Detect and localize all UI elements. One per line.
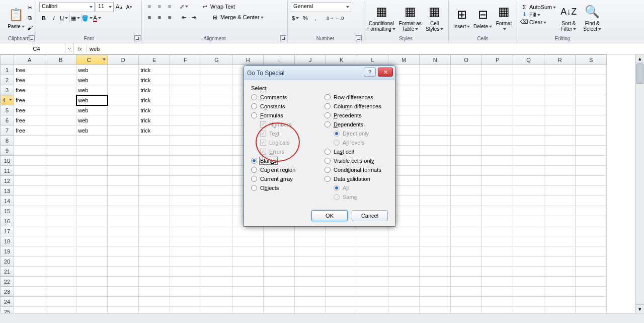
vertical-scrollbar[interactable]: ▴ ▾ [635, 54, 644, 313]
cell-G2[interactable] [201, 75, 232, 85]
cell-N10[interactable] [420, 156, 451, 166]
cell-H24[interactable] [232, 297, 264, 307]
cell-F6[interactable] [170, 115, 201, 125]
cell-A2[interactable]: free [14, 75, 45, 85]
cell-R8[interactable] [544, 136, 576, 146]
cell-G20[interactable] [201, 256, 232, 267]
cell-G9[interactable] [201, 146, 232, 156]
cell-Q14[interactable] [513, 196, 544, 206]
cell-S23[interactable] [576, 287, 607, 297]
row-header-1[interactable]: 1 [1, 65, 14, 75]
cell-L19[interactable] [357, 246, 388, 256]
cell-F2[interactable] [170, 75, 201, 85]
cell-Q6[interactable] [513, 115, 544, 125]
cell-O11[interactable] [451, 166, 482, 176]
cell-M19[interactable] [388, 246, 420, 256]
row-header-25[interactable]: 25 [1, 307, 14, 313]
cell-S2[interactable] [576, 75, 607, 85]
cell-L23[interactable] [357, 287, 388, 297]
cell-O7[interactable] [451, 125, 482, 136]
cell-D24[interactable] [108, 297, 139, 307]
cell-A15[interactable] [14, 206, 45, 216]
cell-N13[interactable] [420, 186, 451, 196]
cell-R1[interactable] [544, 65, 576, 75]
dialog-close-button[interactable]: ✕ [378, 68, 393, 77]
cell-C10[interactable] [76, 156, 108, 166]
clear-button[interactable]: ⌫Clear [520, 19, 556, 25]
cell-G3[interactable] [201, 85, 232, 95]
cell-Q4[interactable] [513, 95, 544, 105]
row-header-7[interactable]: 7 [1, 125, 14, 136]
font-color-button[interactable]: A [93, 14, 102, 23]
cell-C23[interactable] [76, 287, 108, 297]
cell-R4[interactable] [544, 95, 576, 105]
cell-O23[interactable] [451, 287, 482, 297]
insert-button[interactable]: ⊞Insert [452, 2, 471, 33]
cell-A20[interactable] [14, 256, 45, 267]
cell-K23[interactable] [326, 287, 357, 297]
cell-P20[interactable] [482, 256, 513, 267]
cell-P25[interactable] [482, 307, 513, 313]
cell-F17[interactable] [170, 226, 201, 236]
cell-P7[interactable] [482, 125, 513, 136]
cell-P21[interactable] [482, 267, 513, 277]
cell-E3[interactable]: trick [139, 85, 170, 95]
number-launcher[interactable] [356, 35, 362, 41]
cell-F21[interactable] [170, 267, 201, 277]
row-header-19[interactable]: 19 [1, 246, 14, 256]
column-header-C[interactable]: C [76, 55, 108, 65]
cell-Q9[interactable] [513, 146, 544, 156]
option-constants[interactable]: Constants [251, 103, 314, 109]
cell-D13[interactable] [108, 186, 139, 196]
cell-S25[interactable] [576, 307, 607, 313]
cell-G16[interactable] [201, 216, 232, 226]
cell-G18[interactable] [201, 236, 232, 246]
cell-G11[interactable] [201, 166, 232, 176]
cell-S17[interactable] [576, 226, 607, 236]
cell-B10[interactable] [45, 156, 76, 166]
cell-B2[interactable] [45, 75, 76, 85]
align-center-button[interactable]: ≡ [155, 13, 164, 22]
cell-E2[interactable]: trick [139, 75, 170, 85]
option-condfmt[interactable]: Conditional formats [325, 167, 388, 173]
cell-B5[interactable] [45, 105, 76, 115]
cell-J20[interactable] [295, 256, 326, 267]
cell-R9[interactable] [544, 146, 576, 156]
cell-E1[interactable]: trick [139, 65, 170, 75]
cell-I24[interactable] [264, 297, 295, 307]
cell-Q23[interactable] [513, 287, 544, 297]
cell-E14[interactable] [139, 196, 170, 206]
cell-F8[interactable] [170, 136, 201, 146]
cell-R23[interactable] [544, 287, 576, 297]
cell-D7[interactable] [108, 125, 139, 136]
cell-P18[interactable] [482, 236, 513, 246]
font-name-select[interactable]: Calibri [39, 2, 95, 12]
cell-D5[interactable] [108, 105, 139, 115]
cell-O14[interactable] [451, 196, 482, 206]
cell-L25[interactable] [357, 307, 388, 313]
cell-K19[interactable] [326, 246, 357, 256]
dialog-titlebar[interactable]: Go To Special ? ✕ [244, 66, 395, 80]
cell-I25[interactable] [264, 307, 295, 313]
cell-P14[interactable] [482, 196, 513, 206]
row-header-14[interactable]: 14 [1, 196, 14, 206]
cell-R25[interactable] [544, 307, 576, 313]
cell-K22[interactable] [326, 277, 357, 287]
column-header-P[interactable]: P [482, 55, 513, 65]
cell-S20[interactable] [576, 256, 607, 267]
cell-B20[interactable] [45, 256, 76, 267]
cell-F22[interactable] [170, 277, 201, 287]
cell-G1[interactable] [201, 65, 232, 75]
find-select-button[interactable]: 🔍Find & Select [581, 2, 603, 33]
cell-A17[interactable] [14, 226, 45, 236]
cell-N11[interactable] [420, 166, 451, 176]
cell-A8[interactable] [14, 136, 45, 146]
accounting-format-button[interactable]: $ [291, 14, 300, 23]
cell-S3[interactable] [576, 85, 607, 95]
cell-E21[interactable] [139, 267, 170, 277]
cell-O8[interactable] [451, 136, 482, 146]
cell-E12[interactable] [139, 176, 170, 186]
cell-L17[interactable] [357, 226, 388, 236]
cell-G15[interactable] [201, 206, 232, 216]
cell-R20[interactable] [544, 256, 576, 267]
